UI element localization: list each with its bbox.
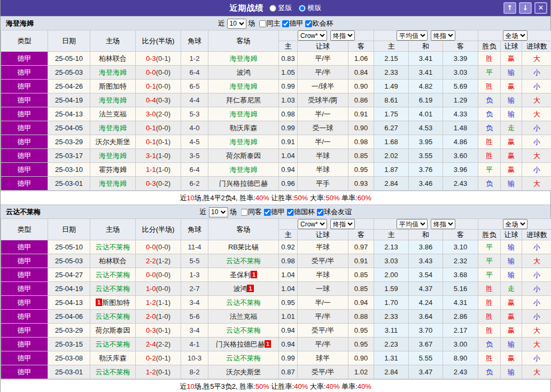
filter-checkbox[interactable] [286,209,293,216]
move-down-button[interactable]: ↓ [519,2,532,14]
filter-同主[interactable]: 同主 [259,19,281,28]
view-option-1[interactable]: 横版 [299,3,322,13]
cell-avg-home: 2.33 [374,310,409,324]
filter-checkbox[interactable] [240,209,247,216]
filter-checkbox[interactable] [282,20,289,27]
final-odds-select[interactable]: 终指 [330,219,355,229]
cell-home-team: 云达不莱梅 [90,310,136,324]
close-button[interactable]: ✕ [534,2,547,14]
move-up-button[interactable]: ↑ [503,2,516,14]
filter-checkbox[interactable] [259,20,266,27]
team-link[interactable]: 波鸿 [237,68,251,76]
matches-table: 类型 日期 主场 比分(半场) 角球 客场 Crow*终指 平均值终指 全场 [1,218,551,379]
team-link[interactable]: 门兴格拉德巴赫 [216,340,265,348]
average-select[interactable]: 平均值 [397,219,428,229]
team-link[interactable]: 云达不莱梅 [96,271,130,279]
team-link[interactable]: 海登海姆 [99,152,127,160]
team-link[interactable]: 勒沃库森 [230,124,258,132]
team-link[interactable]: 柏林联合 [99,54,127,62]
cell-home-team: 云达不莱梅 [90,268,136,282]
final-average-select[interactable]: 终指 [431,30,455,41]
cell-away-team: RB莱比锡 [208,240,279,254]
team-link[interactable]: 云达不莱梅 [226,257,261,265]
cell-home-team: 法兰克福 [90,107,136,121]
team-link[interactable]: 云达不莱梅 [96,340,130,348]
team-link[interactable]: 海登海姆 [230,166,258,174]
team-link[interactable]: 法兰克福 [99,110,127,118]
filter-球会友谊[interactable]: 球会友谊 [316,207,352,217]
team-link[interactable]: RB莱比锡 [228,243,259,251]
cell-result-handicap: 赢 [501,149,522,163]
team-link[interactable]: 圣保利 [230,271,251,279]
cell-odds-away: 0.90 [348,80,374,93]
cell-result-outcome: 平 [478,66,501,80]
section-controls: 近 10 场 同主德甲欧会杯 [218,17,333,30]
filter-德国杯[interactable]: 德国杯 [286,207,315,217]
filter-欧会杯[interactable]: 欧会杯 [305,19,333,28]
match-row: 德甲25-03-01云达不莱梅1-2(0-1)8-2沃尔夫斯堡0.87受平/半1… [1,365,551,379]
col-avg-home: 主 [374,41,409,52]
filter-checkbox[interactable] [316,209,323,216]
cell-corners: 4-4 [181,93,208,107]
bookmaker-select[interactable]: Crow* [298,30,327,41]
bookmaker-select[interactable]: Crow* [298,219,327,229]
team-link[interactable]: 法兰克福 [230,312,258,320]
team-link[interactable]: 海登海姆 [230,138,258,146]
cell-avg-home: 3.11 [374,324,409,338]
summary-segment: 10 [187,382,194,390]
games-count-select[interactable]: 10 [208,207,228,217]
filter-德甲[interactable]: 德甲 [263,207,285,217]
team-link[interactable]: 霍芬海姆 [99,166,127,174]
filter-同客[interactable]: 同客 [240,207,262,217]
team-link[interactable]: 云达不莱梅 [96,285,130,293]
games-count-select[interactable]: 10 [227,19,246,29]
scope-select[interactable]: 全场 [503,30,527,41]
filter-德甲[interactable]: 德甲 [282,19,304,28]
team-link[interactable]: 斯图加特 [99,82,127,90]
team-link[interactable]: 沃尔夫斯堡 [96,138,130,146]
team-link[interactable]: 云达不莱梅 [96,312,130,320]
average-select[interactable]: 平均值 [397,30,428,41]
cell-result-goals: 小 [522,163,551,177]
team-link[interactable]: 海登海姆 [230,110,258,118]
view-option-radio[interactable] [299,5,306,12]
team-link[interactable]: 海登海姆 [99,96,127,104]
team-link[interactable]: 海登海姆 [99,179,127,187]
cell-score: 0-2(0-1) [136,351,181,365]
team-link[interactable]: 荷尔斯泰因 [96,326,130,334]
cell-league: 德甲 [1,268,48,282]
filter-checkboxes: 同主德甲欧会杯 [258,19,333,28]
team-link[interactable]: 勒沃库森 [99,354,127,362]
team-link[interactable]: 拜仁慕尼黑 [226,96,261,104]
team-link[interactable]: 海登海姆 [230,54,258,62]
team-link[interactable]: 云达不莱梅 [226,354,261,362]
cell-result-outcome: 平 [478,254,501,268]
final-odds-select[interactable]: 终指 [330,30,355,41]
team-link[interactable]: 云达不莱梅 [96,368,130,376]
col-avg-home: 主 [374,230,409,240]
team-link[interactable]: 云达不莱梅 [226,299,261,307]
filter-checkbox[interactable] [305,20,312,27]
team-link[interactable]: 海登海姆 [99,124,127,132]
view-option-radio[interactable] [269,5,276,12]
odds-group-header: Crow*终指 [279,30,374,41]
team-link[interactable]: 荷尔斯泰因 [226,152,261,160]
team-link[interactable]: 柏林联合 [99,257,127,265]
cell-score: 1-2(0-1) [136,365,181,379]
cell-home-team: 海登海姆 [90,149,136,163]
filter-checkbox[interactable] [263,209,270,216]
scope-select[interactable]: 全场 [503,219,527,229]
team-link[interactable]: 海登海姆 [99,68,127,76]
cell-score: 0-1(0-0) [136,121,181,135]
final-average-select[interactable]: 终指 [431,219,455,229]
scope-group-header: 全场 [478,30,551,41]
team-link[interactable]: 斯图加特 [102,299,130,307]
team-link[interactable]: 波鸿 [233,285,247,293]
team-link[interactable]: 沃尔夫斯堡 [226,368,261,376]
team-link[interactable]: 云达不莱梅 [226,326,261,334]
team-link[interactable]: 海登海姆 [230,82,258,90]
team-link[interactable]: 门兴格拉德巴赫 [219,179,268,187]
cell-odds-handicap: 半/一 [298,296,348,310]
view-option-0[interactable]: 竖版 [269,3,292,13]
team-link[interactable]: 云达不莱梅 [96,243,130,251]
